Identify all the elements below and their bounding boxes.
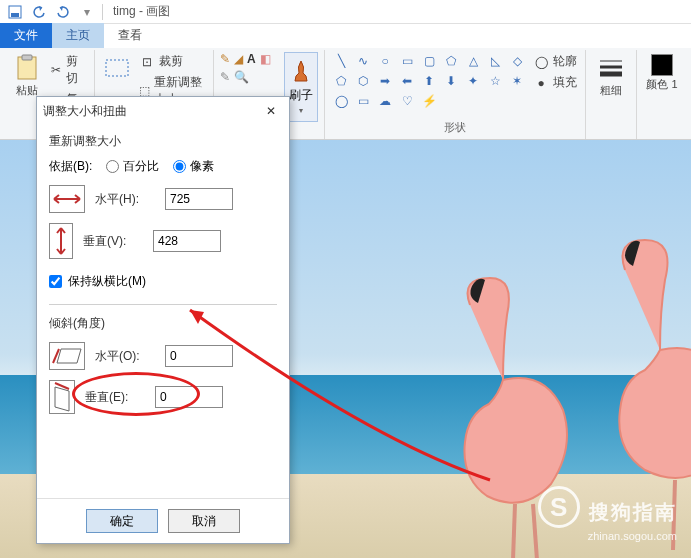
shape-uarrow[interactable]: ⬆ <box>419 72 439 90</box>
shape-diamond[interactable]: ◇ <box>507 52 527 70</box>
radio-percent[interactable]: 百分比 <box>106 158 159 175</box>
shape-callout-round[interactable]: ◯ <box>331 92 351 110</box>
horizontal-thumb-icon <box>49 185 85 213</box>
svg-line-8 <box>673 480 675 550</box>
outline-icon: ◯ <box>533 54 549 70</box>
resize-section-label: 重新调整大小 <box>49 133 277 150</box>
shape-pentagon[interactable]: ⬠ <box>331 72 351 90</box>
close-icon: ✕ <box>266 104 276 118</box>
shape-4star[interactable]: ✦ <box>463 72 483 90</box>
svg-rect-1 <box>11 13 19 17</box>
shape-6star[interactable]: ✶ <box>507 72 527 90</box>
text-icon[interactable]: A <box>247 52 256 66</box>
horizontal-label: 水平(H): <box>95 191 155 208</box>
skew-v-input[interactable] <box>155 386 223 408</box>
title-bar: ▾ timg - 画图 <box>0 0 691 24</box>
color1-button[interactable]: 颜色 1 <box>643 52 681 92</box>
quick-access-toolbar: ▾ <box>4 2 98 22</box>
skew-section-label: 倾斜(角度) <box>49 315 277 332</box>
shapes-gallery[interactable]: ╲ ∿ ○ ▭ ▢ ⬠ △ ◺ ◇ ⬠ ⬡ ➡ ⬅ ⬆ ⬇ ✦ ☆ ✶ ◯ ▭ <box>331 52 527 110</box>
shape-polygon[interactable]: ⬠ <box>441 52 461 70</box>
undo-icon[interactable] <box>28 2 50 22</box>
redo-icon[interactable] <box>52 2 74 22</box>
radio-pixels[interactable]: 像素 <box>173 158 214 175</box>
skew-h-icon <box>49 342 85 370</box>
fill-icon[interactable]: ◢ <box>234 52 243 66</box>
shape-callout-cloud[interactable]: ☁ <box>375 92 395 110</box>
skew-v-icon <box>49 380 75 414</box>
shape-5star[interactable]: ☆ <box>485 72 505 90</box>
thickness-button[interactable]: 粗细 <box>592 52 630 98</box>
tab-home[interactable]: 主页 <box>52 23 104 48</box>
zoom-icon[interactable]: 🔍 <box>234 70 249 84</box>
close-button[interactable]: ✕ <box>259 101 283 121</box>
ribbon-tabs: 文件 主页 查看 <box>0 24 691 48</box>
shape-triangle[interactable]: △ <box>463 52 483 70</box>
thickness-icon <box>597 54 625 82</box>
group-shapes: ╲ ∿ ○ ▭ ▢ ⬠ △ ◺ ◇ ⬠ ⬡ ➡ ⬅ ⬆ ⬇ ✦ ☆ ✶ ◯ ▭ <box>325 50 586 139</box>
pencil-icon[interactable]: ✎ <box>220 52 230 66</box>
save-icon[interactable] <box>4 2 26 22</box>
by-label: 依据(B): <box>49 158 92 175</box>
skew-v-label: 垂直(E): <box>85 389 145 406</box>
select-button[interactable] <box>101 52 133 86</box>
eraser-icon[interactable]: ◧ <box>260 52 271 66</box>
vertical-label: 垂直(V): <box>83 233 143 250</box>
shape-oval[interactable]: ○ <box>375 52 395 70</box>
horizontal-input[interactable] <box>165 188 233 210</box>
svg-rect-4 <box>106 60 128 76</box>
svg-rect-3 <box>22 55 32 60</box>
shape-curve[interactable]: ∿ <box>353 52 373 70</box>
shape-rarrow[interactable]: ➡ <box>375 72 395 90</box>
dialog-title: 调整大小和扭曲 <box>43 103 127 120</box>
skew-h-label: 水平(O): <box>95 348 155 365</box>
paste-button[interactable]: 粘贴 <box>10 52 43 98</box>
shape-rtriangle[interactable]: ◺ <box>485 52 505 70</box>
maintain-ratio-label: 保持纵横比(M) <box>68 273 146 290</box>
cancel-button[interactable]: 取消 <box>168 509 240 533</box>
cut-button[interactable]: ✂剪切 <box>47 52 88 88</box>
shape-darrow[interactable]: ⬇ <box>441 72 461 90</box>
dialog-titlebar: 调整大小和扭曲 ✕ <box>37 97 289 125</box>
window-title: timg - 画图 <box>113 3 170 20</box>
svg-line-10 <box>513 504 515 558</box>
shape-lightning[interactable]: ⚡ <box>419 92 439 110</box>
outline-button[interactable]: ◯轮廓 <box>531 52 579 71</box>
shape-callout-rect[interactable]: ▭ <box>353 92 373 110</box>
tab-file[interactable]: 文件 <box>0 23 52 48</box>
group-thickness: 粗细 <box>586 50 637 139</box>
qat-dropdown-icon[interactable]: ▾ <box>76 2 98 22</box>
shape-hexagon[interactable]: ⬡ <box>353 72 373 90</box>
vertical-thumb-icon <box>49 223 73 259</box>
color1-swatch <box>651 54 673 76</box>
group-colors: 颜色 1 <box>637 50 687 139</box>
shape-heart[interactable]: ♡ <box>397 92 417 110</box>
resize-dialog: 调整大小和扭曲 ✕ 重新调整大小 依据(B): 百分比 像素 水平(H): 垂直… <box>36 96 290 544</box>
ok-button[interactable]: 确定 <box>86 509 158 533</box>
maintain-ratio-checkbox[interactable] <box>49 275 62 288</box>
skew-h-input[interactable] <box>165 345 233 367</box>
shape-roundrect[interactable]: ▢ <box>419 52 439 70</box>
crop-icon: ⊡ <box>139 54 155 70</box>
vertical-input[interactable] <box>153 230 221 252</box>
fillshape-icon: ● <box>533 75 549 91</box>
select-icon <box>103 54 131 82</box>
crop-button[interactable]: ⊡裁剪 <box>137 52 207 71</box>
brush-icon <box>291 59 311 85</box>
shapes-label: 形状 <box>331 118 579 137</box>
svg-line-11 <box>533 504 537 558</box>
picker-icon[interactable]: ✎ <box>220 70 230 84</box>
scissors-icon: ✂ <box>49 62 62 78</box>
fill-button[interactable]: ●填充 <box>531 73 579 92</box>
clipboard-icon <box>13 54 41 82</box>
shape-rect[interactable]: ▭ <box>397 52 417 70</box>
tab-view[interactable]: 查看 <box>104 23 156 48</box>
shape-larrow[interactable]: ⬅ <box>397 72 417 90</box>
shape-line[interactable]: ╲ <box>331 52 351 70</box>
